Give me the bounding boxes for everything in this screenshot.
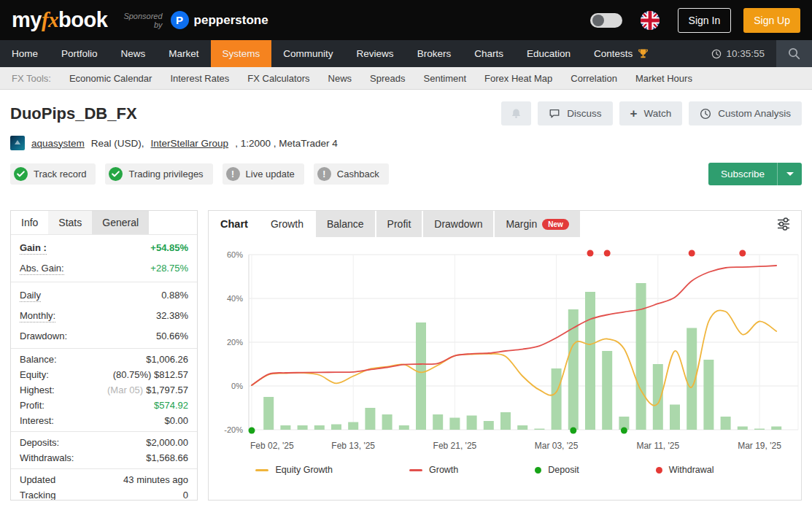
subscribe-button[interactable]: Subscribe	[708, 163, 777, 185]
badge-cashback[interactable]: ! Cashback	[314, 163, 389, 185]
sign-up-button[interactable]: Sign Up	[743, 8, 800, 33]
tab-margin[interactable]: Margin New	[495, 211, 579, 237]
tab-profit[interactable]: Profit	[376, 211, 422, 237]
fx-tools-link-correlation[interactable]: Correlation	[571, 73, 617, 84]
chart-settings-button[interactable]	[776, 211, 801, 237]
watch-button[interactable]: + Watch	[619, 101, 683, 125]
stat-label: Highest:	[20, 385, 55, 395]
chart-panel-title: Chart	[209, 211, 260, 237]
fx-tools-link-economic-calendar[interactable]: Economic Calendar	[69, 73, 152, 84]
toggle-knob-icon	[592, 15, 604, 26]
stat-label: Interest:	[20, 415, 54, 426]
x-axis-label: Feb 02, '25	[250, 441, 294, 451]
nav-item-education[interactable]: Education	[515, 40, 582, 67]
legend-equity-growth[interactable]: Equity Growth	[255, 465, 333, 475]
legend-withdrawal[interactable]: Withdrawal	[656, 465, 714, 475]
main-row: Info Stats General Gain : +54.85% Abs. G…	[10, 210, 802, 501]
legend-label: Equity Growth	[275, 465, 333, 475]
fx-tools-link-sentiment[interactable]: Sentiment	[424, 73, 467, 84]
stat-label: Equity:	[20, 369, 49, 380]
nav-item-news[interactable]: News	[109, 40, 158, 67]
custom-analysis-button[interactable]: Custom Analysis	[689, 101, 802, 125]
pepperstone-sponsor-link[interactable]: P pepperstone	[171, 11, 268, 29]
broker-link[interactable]: InterStellar Group	[151, 138, 229, 149]
server-time-value: 10:35:55	[726, 48, 765, 59]
sign-in-button[interactable]: Sign In	[678, 8, 732, 33]
fx-tools-link-forex-heat-map[interactable]: Forex Heat Map	[484, 73, 552, 84]
tab-growth[interactable]: Growth	[260, 211, 314, 237]
top-bar: myfxbook Sponsored by P pepperstone Sign…	[0, 0, 812, 40]
tab-general[interactable]: General	[92, 211, 149, 234]
legend-growth[interactable]: Growth	[409, 465, 458, 475]
badge-track-record[interactable]: Track record	[10, 163, 96, 185]
daily-bar	[263, 397, 274, 430]
badge-live-update[interactable]: ! Live update	[223, 163, 304, 185]
myfxbook-logo[interactable]: myfxbook	[12, 8, 107, 32]
nav-item-community[interactable]: Community	[271, 40, 344, 67]
owner-avatar[interactable]	[10, 136, 25, 150]
stat-label[interactable]: Monthly:	[20, 310, 55, 322]
owner-link[interactable]: aquasystem	[31, 138, 85, 149]
nav-item-portfolio[interactable]: Portfolio	[50, 40, 109, 67]
stat-label[interactable]: Abs. Gain:	[20, 263, 64, 275]
stat-label[interactable]: Daily	[20, 290, 41, 302]
new-badge: New	[542, 219, 569, 230]
nav-item-charts[interactable]: Charts	[463, 40, 515, 67]
subscribe-dropdown-button[interactable]	[777, 163, 802, 185]
sliders-icon	[776, 217, 792, 231]
badges-row: Track record Trading privileges ! Live u…	[10, 163, 802, 185]
daily-bar	[552, 368, 562, 430]
stat-value: +28.75%	[150, 263, 188, 274]
nav-item-contests[interactable]: Contests	[582, 40, 660, 67]
chart-legend: Equity Growth Growth Deposit Withdrawal	[209, 465, 801, 475]
y-axis-label: -20%	[224, 425, 243, 434]
daily-bar	[517, 425, 527, 430]
nav-item-market[interactable]: Market	[157, 40, 210, 67]
daily-bar	[602, 351, 612, 430]
nav-item-brokers[interactable]: Brokers	[406, 40, 463, 67]
logo-book: book	[58, 8, 107, 31]
discuss-label: Discuss	[567, 108, 601, 119]
deposit-dot-icon	[535, 467, 541, 474]
system-actions: Discuss + Watch Custom Analysis	[501, 101, 802, 125]
daily-bar	[500, 412, 511, 430]
top-right-controls: Sign In Sign Up	[590, 8, 800, 33]
fx-tools-link-spreads[interactable]: Spreads	[370, 73, 405, 84]
nav-item-home[interactable]: Home	[0, 40, 50, 67]
title-row: DuoPips_DB_FX Discuss + Watch	[10, 101, 802, 125]
daily-bar	[331, 425, 341, 430]
search-icon	[787, 47, 801, 61]
daily-bar	[280, 425, 290, 430]
withdrawal-dot-icon	[587, 250, 594, 257]
fx-tools-link-market-hours[interactable]: Market Hours	[635, 73, 692, 84]
daily-bar	[399, 425, 409, 430]
fx-tools-link-news[interactable]: News	[328, 73, 352, 84]
stat-label[interactable]: Gain :	[20, 242, 47, 255]
uk-flag-icon[interactable]	[641, 11, 660, 30]
fx-tools-link-interest-rates[interactable]: Interest Rates	[170, 73, 229, 84]
stat-row-equity: Equity: (80.75%) $812.57	[11, 367, 197, 382]
tab-balance[interactable]: Balance	[316, 211, 375, 237]
search-button[interactable]	[776, 40, 812, 67]
exclamation-icon: !	[317, 167, 331, 181]
nav-item-systems[interactable]: Systems	[211, 40, 272, 67]
badge-trading-privileges[interactable]: Trading privileges	[105, 163, 212, 185]
stat-value: $0.00	[164, 415, 188, 426]
nav-item-reviews[interactable]: Reviews	[345, 40, 406, 67]
notifications-button[interactable]	[501, 101, 531, 125]
discuss-button[interactable]: Discuss	[538, 101, 612, 125]
dark-mode-toggle[interactable]	[590, 13, 622, 28]
fx-tools-link-fx-calculators[interactable]: FX Calculators	[247, 73, 309, 84]
y-axis-label: 0%	[231, 382, 243, 390]
pepperstone-name: pepperstone	[194, 13, 268, 28]
badge-label: Track record	[34, 169, 86, 179]
growth-chart[interactable]: 60%40%20%0%-20%Feb 02, '25Feb 13, '25Feb…	[209, 242, 801, 463]
legend-deposit[interactable]: Deposit	[535, 465, 579, 475]
tab-info[interactable]: Info	[11, 211, 48, 234]
sponsored-by-label: Sponsored by	[123, 12, 162, 29]
tab-drawdown[interactable]: Drawdown	[423, 211, 493, 237]
tab-stats[interactable]: Stats	[48, 211, 92, 234]
stat-row-monthly: Monthly: 32.38%	[11, 306, 197, 326]
daily-bar	[298, 425, 308, 430]
legend-label: Deposit	[548, 465, 579, 475]
